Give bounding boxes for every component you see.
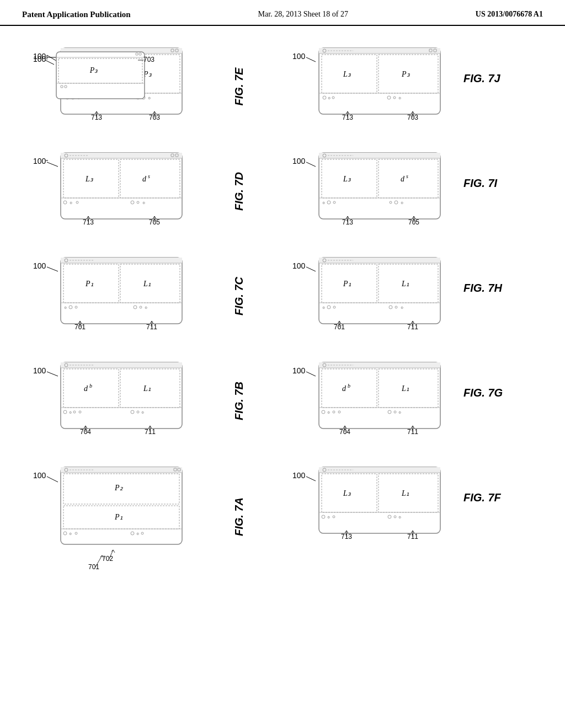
fig7f-ref-100: 100 [292, 471, 306, 480]
svg-line-155 [306, 477, 316, 481]
svg-text:100: 100 [33, 55, 46, 63]
svg-line-137 [306, 372, 316, 376]
svg-rect-177 [58, 58, 142, 83]
svg-text:s: s [406, 173, 408, 179]
fig7i-group: 100 L₃ d s ⚙ ⚙ 713 705 FIG. 7I [292, 153, 498, 226]
fig7a-ref-701: 701 [88, 563, 99, 571]
fig7c-label-text: FIG. 7C [233, 276, 245, 315]
fig7d-label-text: FIG. 7D [233, 172, 245, 211]
svg-text:⚙: ⚙ [398, 97, 401, 100]
svg-text:⚙: ⚙ [136, 532, 139, 536]
svg-line-50 [47, 372, 58, 376]
svg-text:⚙: ⚙ [141, 411, 144, 414]
fig7j-label-l3: L₃ [343, 70, 351, 78]
fig7j-fig-label: FIG. 7J [463, 72, 501, 84]
svg-text:⚙: ⚙ [401, 201, 403, 205]
fig7b-group: 100 d b L₁ ⚙ ⚙ 704 711 [33, 362, 182, 436]
fig7d-top-device: 100 P₃ 703 [33, 52, 154, 99]
fig7j-label-p3: P₃ [401, 70, 411, 78]
svg-rect-110 [379, 159, 438, 198]
fig7g-ref-100: 100 [292, 366, 306, 375]
svg-text:⚙: ⚙ [322, 201, 325, 205]
svg-text:b: b [89, 383, 92, 389]
svg-text:b: b [348, 383, 350, 389]
publication-title: Patent Application Publication [22, 10, 131, 19]
svg-line-172 [45, 60, 54, 65]
svg-text:⚙: ⚙ [322, 306, 325, 309]
fig7b-label-text: FIG. 7B [233, 382, 245, 420]
fig7b-label-l1: L₁ [143, 384, 151, 393]
svg-text:⚙: ⚙ [327, 411, 330, 414]
fig7h-ref-100: 100 [292, 261, 306, 270]
svg-text:⚙: ⚙ [69, 411, 72, 414]
fig7a-group: 100 P₂ P₁ ⚙ ⚙ 702 701 [33, 467, 182, 571]
svg-line-104 [306, 162, 316, 167]
fig7i-ref-100: 100 [292, 157, 306, 165]
fig7g-fig-label: FIG. 7G [463, 387, 503, 399]
fig7h-fig-label: FIG. 7H [463, 282, 503, 294]
fig7f-group: 100 L₃ L₁ ⚙ ⚙ 713 711 FIG. 7F [292, 467, 502, 540]
svg-line-121 [306, 267, 316, 271]
fig7g-group: 100 d b L₁ ⚙ ⚙ 704 711 FIG. 7G [292, 362, 503, 436]
sheet-info: Mar. 28, 2013 Sheet 18 of 27 [258, 10, 348, 19]
svg-text:⚙: ⚙ [328, 97, 331, 100]
svg-line-86 [306, 57, 316, 62]
fig7i-label-ds: d [401, 175, 405, 183]
svg-text:⚙: ⚙ [327, 516, 330, 519]
fig7h-group: 100 P₁ L₁ ⚙ ⚙ 701 711 FIG. 7H [292, 258, 503, 331]
fig7b-label-db: d [84, 384, 88, 393]
svg-text:⚙: ⚙ [398, 516, 401, 519]
svg-text:⚙: ⚙ [401, 306, 403, 309]
drawing-area: 100 L₃ P₃ ⚙ ⚙ 713 703 [0, 26, 565, 715]
fig7i-fig-label: FIG. 7I [463, 177, 498, 189]
fig7f-fig-label: FIG. 7F [463, 491, 502, 504]
svg-text:703: 703 [143, 56, 154, 63]
fig7i-label-l3: L₃ [343, 175, 351, 183]
patent-number: US 2013/0076678 A1 [476, 10, 543, 19]
fig7e-label-text: FIG. 7E [233, 67, 245, 106]
fig7a-ref-100: 100 [33, 471, 46, 480]
fig7j-ref-100: 100 [292, 52, 306, 61]
svg-text:⚙: ⚙ [69, 532, 72, 536]
svg-text:⚙: ⚙ [398, 411, 401, 414]
fig7f-label-l1: L₁ [401, 489, 409, 497]
fig7a-ref-702: 702 [102, 555, 113, 563]
svg-line-68 [47, 477, 58, 482]
fig7h-label-p1: P₁ [343, 280, 351, 288]
fig7a-label-p2: P₂ [114, 484, 123, 492]
right-diagrams: 100 L₃ P₃ ⚙ ⚙ 713 703 FIG. 7J 1 [276, 31, 524, 715]
fig7b-ref-100: 100 [33, 366, 46, 375]
page-header: Patent Application Publication Mar. 28, … [0, 0, 565, 26]
svg-text:P₃: P₃ [89, 66, 99, 74]
fig7a-label-text: FIG. 7A [233, 497, 245, 536]
fig7g-label-db: d [342, 384, 347, 393]
fig7a-label-p1: P₁ [114, 513, 123, 521]
left-stacked-diagrams: 100 P₃ 703 [17, 34, 226, 310]
fig7j-group: 100 L₃ P₃ ⚙ ⚙ 713 703 FIG. 7J [292, 48, 501, 121]
fig7f-label-l3: L₃ [343, 489, 351, 497]
fig7g-label-l1: L₁ [401, 384, 409, 393]
fig7h-label-l1: L₁ [401, 280, 409, 288]
